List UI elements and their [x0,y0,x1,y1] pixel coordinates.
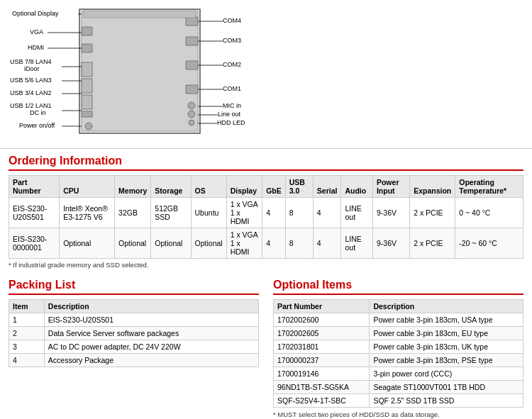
col-memory: Memory [115,176,151,198]
svg-rect-17 [186,17,198,26]
svg-point-21 [188,102,195,109]
optional-cell-0-0: 1702002600 [274,313,370,327]
col-expansion: Expansion [410,176,455,198]
svg-rect-26 [82,62,92,77]
label-com1: COM1 [223,85,241,92]
optional-row-1: 1702002605Power cable 3-pin 183cm, EU ty… [274,327,523,340]
ordering-cell-1-4: Optional [191,228,226,259]
ordering-cell-1-5: 1 x VGA 1 x HDMI [226,228,262,259]
ordering-footnote: * If industrial grade memory and SSD sel… [9,261,523,269]
packing-table: Item Description 1EIS-S230-U20S5012Data … [9,299,259,367]
svg-rect-18 [186,37,198,45]
ordering-cell-0-3: 512GB SSD [151,198,191,228]
col-serial: Serial [313,176,341,198]
svg-rect-31 [84,11,196,18]
col-gbe: GbE [262,176,286,198]
svg-point-22 [188,111,195,118]
packing-row-1: 2Data Service Server software packages [9,327,259,340]
ordering-cell-0-10: 9-36V [372,198,409,228]
label-usb12-lan1: USB 1/2 LAN1 [10,102,52,109]
packing-title: Packing List [9,279,259,295]
ordering-cell-0-4: Ubuntu [191,198,226,228]
svg-point-30 [85,123,92,130]
ordering-cell-0-7: 8 [285,198,313,228]
svg-rect-19 [186,61,198,69]
label-usb34-lan2: USB 3/4 LAN2 [10,89,52,96]
ordering-cell-0-0: EIS-S230-U20S501 [9,198,60,228]
svg-rect-24 [82,27,92,35]
diagram-area: Optional Display VGA HDMI USB 7/8 LAN4 i… [0,0,532,149]
col-audio: Audio [341,176,373,198]
label-mic-in: MIC in [223,102,241,109]
optional-cell-5-1: Seagate ST1000VT001 1TB HDD [370,381,523,394]
label-hdmi: HDMI [28,44,44,51]
col-os: OS [191,176,226,198]
svg-rect-1 [82,11,198,131]
svg-rect-28 [82,95,92,109]
optional-table: Part Number Description 1702002600Power … [273,299,523,408]
ordering-cell-0-6: 4 [262,198,286,228]
optional-cell-2-0: 1702031801 [274,340,370,354]
svg-rect-27 [82,79,92,93]
packing-cell-0-0: 1 [9,313,45,327]
packing-cell-3-1: Accessory Package [44,354,258,367]
two-col-section: Packing List Item Description 1EIS-S230-… [0,274,532,419]
packing-col-desc: Description [44,300,258,313]
ordering-cell-0-5: 1 x VGA 1 x HDMI [226,198,262,228]
col-temp: Operating Temperature* [455,176,523,198]
label-line-out: Line out [218,111,241,118]
optional-row-6: SQF-S25V4-1T-SBCSQF 2.5" SSD 1TB SSD [274,394,523,408]
optional-cell-4-1: 3-pin power cord (CCC) [370,367,523,381]
optional-cell-3-1: Power cable 3-pin 183cm, PSE type [370,354,523,367]
packing-row-0: 1EIS-S230-U20S501 [9,313,259,327]
packing-row-3: 4Accessory Package [9,354,259,367]
ordering-cell-1-2: Optional [115,228,151,259]
svg-rect-29 [82,111,92,117]
ordering-cell-0-11: 2 x PCIE [410,198,455,228]
label-optional-display: Optional Display [12,10,59,17]
optional-col-part: Part Number [274,300,370,313]
packing-cell-3-0: 4 [9,354,45,367]
label-com4: COM4 [223,17,241,24]
optional-footnote: * MUST select two pieces of HDD/SSD as d… [273,410,523,418]
label-usb78-lan4: USB 7/8 LAN4 [10,58,52,65]
ordering-cell-1-0: EIS-S230-0000001 [9,228,60,259]
label-com3: COM3 [223,37,241,44]
ordering-cell-1-7: 8 [285,228,313,259]
col-usb30: USB 3.0 [285,176,313,198]
optional-cell-1-0: 1702002605 [274,327,370,340]
optional-cell-6-0: SQF-S25V4-1T-SBC [274,394,370,408]
packing-cell-2-0: 3 [9,340,45,354]
optional-row-2: 1702031801Power cable 3-pin 183cm, UK ty… [274,340,523,354]
svg-rect-20 [186,85,198,94]
ordering-cell-0-9: LINE out [341,198,373,228]
optional-cell-3-0: 1700000237 [274,354,370,367]
packing-cell-1-0: 2 [9,327,45,340]
label-usb56-lan3: USB 5/6 LAN3 [10,77,52,84]
ordering-cell-1-10: 9-36V [372,228,409,259]
packing-cell-0-1: EIS-S230-U20S501 [44,313,258,327]
col-storage: Storage [151,176,191,198]
ordering-cell-0-2: 32GB [115,198,151,228]
optional-row-5: 96ND1TB-ST-SG5KASeagate ST1000VT001 1TB … [274,381,523,394]
ordering-cell-1-8: 4 [313,228,341,259]
ordering-row-0: EIS-S230-U20S501Intel® Xeon® E3-1275 V63… [9,198,523,228]
col-power-input: Power Input [372,176,409,198]
ordering-section: Ordering Information Part Number CPU Mem… [0,149,532,274]
ordering-cell-1-11: 2 x PCIE [410,228,455,259]
svg-rect-25 [82,44,92,52]
label-idoor: iDoor [24,65,40,72]
ordering-cell-1-6: 4 [262,228,286,259]
ordering-cell-0-8: 4 [313,198,341,228]
optional-title: Optional Items [273,279,523,295]
ordering-cell-0-12: 0 ~ 40 °C [455,198,523,228]
optional-row-3: 1700000237Power cable 3-pin 183cm, PSE t… [274,354,523,367]
ordering-cell-1-3: Optional [151,228,191,259]
svg-point-23 [189,120,194,125]
packing-col: Packing List Item Description 1EIS-S230-… [9,279,259,418]
ordering-cell-1-9: LINE out [341,228,373,259]
packing-row-2: 3AC to DC power adapter, DC 24V 220W [9,340,259,354]
ordering-cell-0-1: Intel® Xeon® E3-1275 V6 [60,198,115,228]
col-cpu: CPU [60,176,115,198]
ordering-title: Ordering Information [9,155,523,171]
